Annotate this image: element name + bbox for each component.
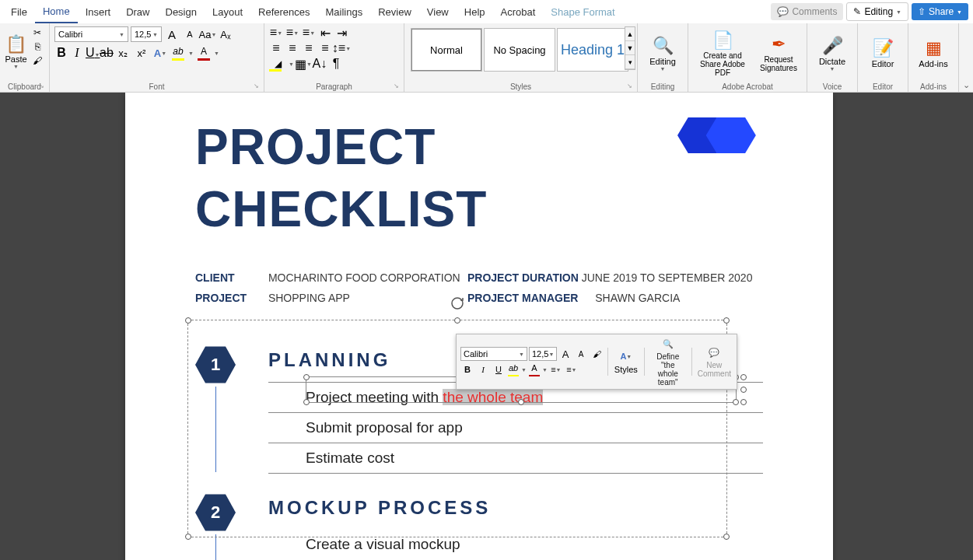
menu-view[interactable]: View [419,2,457,23]
clear-formatting-button[interactable]: Aᵪ [218,26,233,42]
numbering-button[interactable]: ≡▼ [285,26,299,40]
menu-home[interactable]: Home [35,1,78,23]
font-size-value: 12,5 [135,30,151,39]
addins-icon: ▦ [922,37,944,59]
multilevel-list-button[interactable]: ≡▼ [302,26,316,40]
font-size-combo[interactable]: 12,5▼ [131,26,162,42]
chevron-down-icon: ▼ [345,46,351,51]
menu-review[interactable]: Review [370,2,419,23]
decrease-indent-button[interactable]: ⇤ [318,26,332,40]
font-dialog-launcher[interactable]: ↘ [254,82,261,90]
grow-font-button[interactable]: A [164,26,180,42]
highlight-button[interactable]: ab [171,46,185,60]
addins-button[interactable]: ▦ Add-ins [912,25,955,81]
change-case-button[interactable]: Aa▼ [200,26,215,42]
collapse-ribbon-button[interactable]: ⌄ [963,80,970,90]
editing-group-label: Editing [638,82,688,91]
menu-layout[interactable]: Layout [205,2,250,23]
menu-bar: File Home Insert Draw Design Layout Refe… [0,0,973,23]
bullets-button[interactable]: ≡▼ [269,26,283,40]
styles-group: Normal No Spacing Heading 1 ▲ ▼ ▾ Styles… [404,23,638,92]
align-right-button[interactable]: ≡ [302,41,316,55]
chevron-down-icon: ▼ [957,9,962,15]
style-heading-1[interactable]: Heading 1 [557,28,628,72]
numbering-icon: ≡ [286,26,293,40]
chevron-down-icon[interactable]: ▼ [188,51,194,56]
request-signatures-button[interactable]: ✒ Request Signatures [754,25,803,81]
addins-group-label: Add-ins [908,82,958,91]
request-signatures-label: Request Signatures [760,55,797,72]
paste-button[interactable]: 📋 Paste ▼ [3,25,29,78]
editing-button[interactable]: 🔍 Editing ▼ [641,25,684,81]
style-no-spacing[interactable]: No Spacing [484,28,555,72]
menu-insert[interactable]: Insert [78,2,119,23]
create-share-pdf-label: Create and Share Adobe PDF [698,51,747,77]
chevron-down-icon: ▼ [211,32,216,37]
paragraph-dialog-launcher[interactable]: ↘ [394,82,401,90]
menu-draw[interactable]: Draw [118,2,157,23]
menu-design[interactable]: Design [158,2,205,23]
font-name-combo[interactable]: Calibri▼ [54,26,128,42]
addins-group: ▦ Add-ins Add-ins [908,23,959,92]
style-normal[interactable]: Normal [411,28,482,72]
highlight-label: ab [173,46,183,57]
paste-label: Paste [5,54,26,64]
underline-button[interactable]: U▼ [86,46,96,60]
menu-acrobat[interactable]: Acrobat [493,2,544,23]
chevron-down-icon[interactable]: ▼ [214,51,219,56]
scroll-up-icon[interactable]: ▲ [625,27,635,41]
dictate-button[interactable]: 🎤 Dictate ▼ [810,25,854,81]
font-color-button[interactable]: A [197,46,211,60]
comments-button[interactable]: 💬 Comments [771,3,843,20]
menu-help[interactable]: Help [457,2,493,23]
borders-button[interactable]: ▦▼ [296,57,310,71]
voice-group-label: Voice [807,82,857,91]
chevron-down-icon: ▼ [13,64,19,69]
chevron-down-icon: ▼ [119,32,124,37]
create-share-pdf-button[interactable]: 📄 Create and Share Adobe PDF [691,25,754,81]
chevron-down-icon: ▼ [161,51,166,56]
sort-icon: A↓ [313,57,327,71]
text-effects-button[interactable]: A▼ [152,45,168,61]
styles-scrollbar[interactable]: ▲ ▼ ▾ [625,26,635,70]
multilevel-icon: ≡ [303,26,310,40]
chevron-down-icon: ▼ [660,66,666,72]
italic-button[interactable]: I [72,46,82,60]
editor-group: 📝 Editor Editor [858,23,908,92]
format-painter-button[interactable]: 🖌 [30,54,44,67]
align-center-button[interactable]: ≡ [285,41,299,55]
clipboard-dialog-launcher[interactable]: ↘ [39,82,47,90]
scroll-down-icon[interactable]: ▼ [625,41,635,55]
menu-mailings[interactable]: Mailings [318,2,371,23]
ribbon: 📋 Paste ▼ ✂ ⎘ 🖌 Clipboard ↘ Calibri▼ 12,… [0,23,973,93]
justify-button[interactable]: ≡ [318,41,332,55]
superscript-button[interactable]: x² [134,45,149,61]
strikethrough-button[interactable]: ab [100,46,112,60]
share-icon: ⇧ [918,6,926,17]
sort-button[interactable]: A↓ [313,57,327,71]
share-button[interactable]: ⇧ Share ▼ [912,3,968,20]
editing-mode-button[interactable]: ✎ Editing ▼ [846,2,908,21]
menu-shape-format[interactable]: Shape Format [543,2,622,23]
menu-references[interactable]: References [250,2,317,23]
line-spacing-icon: ↕≡ [332,41,345,55]
editor-button[interactable]: 📝 Editor [861,25,905,81]
copy-button[interactable]: ⎘ [30,40,44,53]
brush-icon: 🖌 [33,55,42,66]
bold-button[interactable]: B [54,46,68,60]
subscript-button[interactable]: x₂ [115,45,131,61]
increase-indent-button[interactable]: ⇥ [334,26,348,40]
paragraph-group: ≡▼ ≡▼ ≡▼ ⇤ ⇥ ≡ ≡ ≡ ≡ ↕≡▼ ◢▼ ▦▼ A↓ ¶ Para… [264,23,404,92]
styles-more-icon[interactable]: ▾ [625,55,635,69]
align-left-button[interactable]: ≡ [269,41,283,55]
shading-button[interactable]: ◢ [269,57,286,71]
line-spacing-button[interactable]: ↕≡▼ [334,41,348,55]
menu-file[interactable]: File [3,2,35,23]
cut-button[interactable]: ✂ [30,26,44,39]
shrink-font-button[interactable]: A [182,26,198,42]
show-marks-button[interactable]: ¶ [329,57,343,71]
styles-dialog-launcher[interactable]: ↘ [627,82,635,90]
chevron-down-icon[interactable]: ▼ [289,61,294,67]
clipboard-icon: 📋 [5,34,26,54]
chevron-down-icon: ▼ [293,30,299,36]
